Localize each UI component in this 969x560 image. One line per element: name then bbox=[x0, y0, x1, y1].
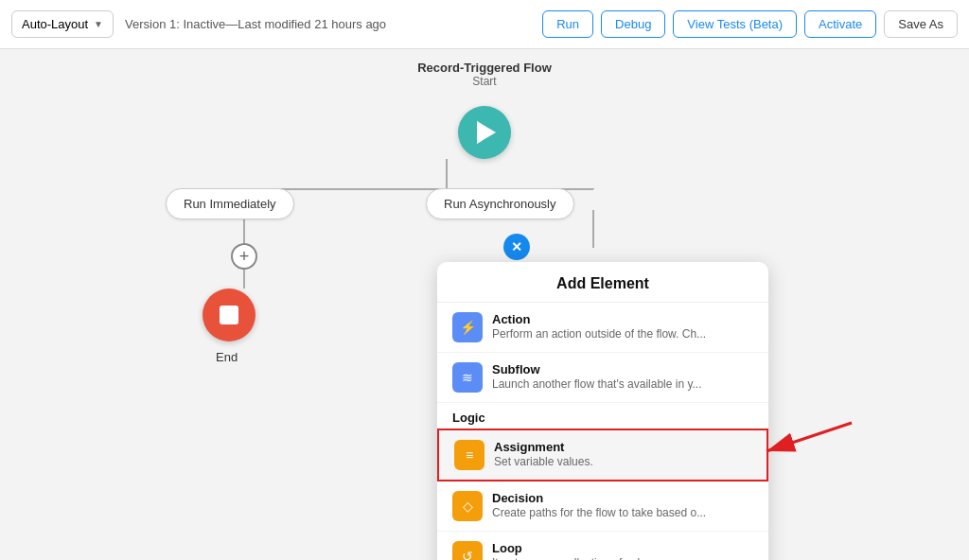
action-desc: Perform an action outside of the flow. C… bbox=[492, 327, 706, 341]
action-title: Action bbox=[492, 312, 706, 326]
subflow-item[interactable]: ≋ Subflow Launch another flow that's ava… bbox=[437, 353, 768, 403]
subflow-title: Subflow bbox=[492, 362, 702, 376]
flow-subtitle: Start bbox=[417, 75, 552, 88]
action-item[interactable]: ⚡ Action Perform an action outside of th… bbox=[437, 303, 768, 353]
run-async-label: Run Asynchronously bbox=[444, 197, 556, 211]
logic-section-header: Logic bbox=[437, 403, 768, 429]
view-tests-button[interactable]: View Tests (Beta) bbox=[673, 10, 797, 38]
assignment-item[interactable]: ≡ Assignment Set variable values. bbox=[437, 429, 768, 481]
loop-item[interactable]: ↺ Loop Iterate over a collection of valu… bbox=[437, 532, 768, 560]
debug-button[interactable]: Debug bbox=[601, 10, 665, 38]
decision-item[interactable]: ◇ Decision Create paths for the flow to … bbox=[437, 481, 768, 532]
end-node[interactable] bbox=[203, 289, 255, 341]
loop-text: Loop Iterate over a collection of values… bbox=[492, 541, 706, 560]
red-arrow-indicator bbox=[748, 413, 861, 474]
loop-desc: Iterate over a collection of values or r… bbox=[492, 556, 706, 560]
run-async-node[interactable]: Run Asynchronously bbox=[426, 188, 574, 219]
svg-line-9 bbox=[766, 423, 852, 451]
play-icon bbox=[477, 121, 496, 144]
start-node[interactable] bbox=[458, 106, 511, 159]
action-icon: ⚡ bbox=[452, 312, 483, 342]
assignment-icon: ≡ bbox=[454, 440, 484, 470]
chevron-down-icon: ▼ bbox=[94, 19, 103, 29]
loop-icon: ↺ bbox=[452, 541, 483, 560]
activate-button[interactable]: Activate bbox=[804, 10, 876, 38]
decision-desc: Create paths for the flow to take based … bbox=[492, 506, 706, 519]
toolbar: Auto-Layout ▼ Version 1: Inactive—Last m… bbox=[0, 0, 969, 49]
flow-title-area: Record-Triggered Flow Start bbox=[417, 61, 552, 88]
plus-icon: + bbox=[239, 248, 250, 265]
add-element-panel: Add Element ⚡ Action Perform an action o… bbox=[437, 262, 768, 560]
subflow-desc: Launch another flow that's available in … bbox=[492, 377, 702, 391]
decision-icon: ◇ bbox=[452, 491, 483, 521]
subflow-icon: ≋ bbox=[452, 362, 483, 393]
run-immediately-node[interactable]: Run Immediately bbox=[166, 188, 294, 219]
close-panel-button[interactable]: ✕ bbox=[503, 234, 530, 260]
subflow-text: Subflow Launch another flow that's avail… bbox=[492, 362, 702, 391]
run-immediately-label: Run Immediately bbox=[184, 197, 276, 211]
decision-text: Decision Create paths for the flow to ta… bbox=[492, 491, 706, 519]
loop-title: Loop bbox=[492, 541, 706, 555]
flow-title: Record-Triggered Flow bbox=[417, 61, 552, 75]
assignment-desc: Set variable values. bbox=[494, 455, 593, 468]
action-text: Action Perform an action outside of the … bbox=[492, 312, 706, 341]
panel-title: Add Element bbox=[437, 262, 768, 303]
version-text: Version 1: Inactive—Last modified 21 hou… bbox=[125, 17, 531, 31]
end-label: End bbox=[216, 350, 238, 364]
save-as-button[interactable]: Save As bbox=[884, 10, 958, 38]
stop-icon bbox=[220, 306, 238, 324]
run-button[interactable]: Run bbox=[542, 10, 593, 38]
auto-layout-button[interactable]: Auto-Layout ▼ bbox=[11, 10, 114, 38]
assignment-text: Assignment Set variable values. bbox=[494, 440, 593, 468]
close-icon: ✕ bbox=[511, 239, 522, 254]
flow-canvas: Record-Triggered Flow Start Run Immediat… bbox=[0, 49, 969, 560]
toolbar-actions: Run Debug View Tests (Beta) Activate Sav… bbox=[542, 10, 958, 38]
assignment-title: Assignment bbox=[494, 440, 593, 454]
auto-layout-label: Auto-Layout bbox=[22, 17, 88, 31]
decision-title: Decision bbox=[492, 491, 706, 505]
add-element-button[interactable]: + bbox=[231, 243, 257, 270]
